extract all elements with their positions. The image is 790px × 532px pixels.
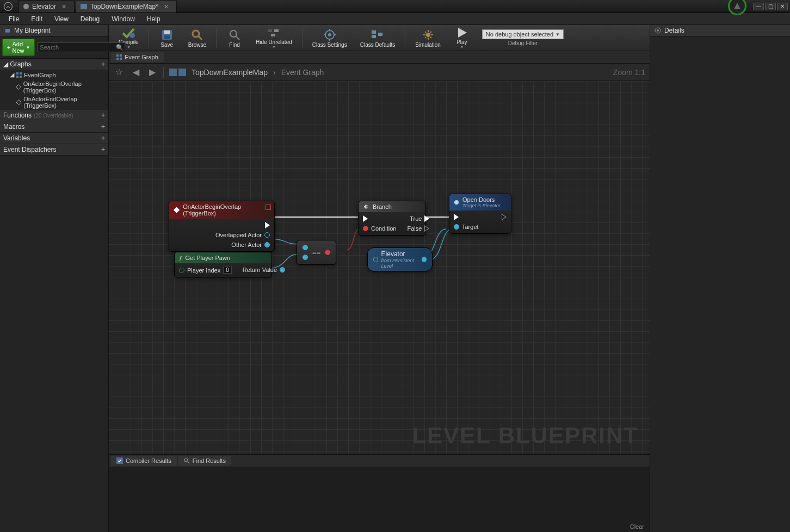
graph-tab-event[interactable]: Event Graph: [111, 52, 164, 62]
category-dispatchers[interactable]: Event Dispatchers+: [0, 144, 108, 156]
app-logo: [0, 0, 16, 13]
pin-self[interactable]: [373, 257, 378, 262]
equals-label: ==: [312, 249, 320, 257]
pin-return-value[interactable]: Return Value: [243, 267, 285, 273]
svg-line-13: [236, 36, 239, 40]
event-icon: [16, 84, 21, 90]
function-icon: [454, 200, 459, 205]
menu-file[interactable]: File: [3, 14, 24, 24]
node-open-doors[interactable]: Open Doors Target is Elevator Target: [449, 194, 511, 234]
class-defaults-button[interactable]: Class Defaults: [355, 26, 400, 50]
add-function-icon[interactable]: +: [101, 112, 105, 119]
pin-a[interactable]: [303, 245, 308, 250]
svg-point-12: [230, 30, 237, 37]
results-area: Clear: [109, 467, 650, 532]
maximize-button[interactable]: ▢: [765, 3, 776, 10]
window-tab-elevator[interactable]: Elevator ✕: [18, 0, 75, 13]
pin-result[interactable]: [325, 250, 330, 255]
crumb-graph[interactable]: Event Graph: [281, 68, 324, 77]
menu-edit[interactable]: Edit: [26, 14, 48, 24]
svg-rect-25: [378, 33, 382, 36]
add-macro-icon[interactable]: +: [101, 123, 105, 131]
svg-rect-15: [274, 29, 279, 32]
exec-in-pin[interactable]: [454, 214, 479, 220]
blueprint-icon: [4, 27, 11, 34]
graph-canvas[interactable]: OnActorBeginOverlap (TriggerBox) Overlap…: [109, 81, 650, 454]
tree-eventgraph[interactable]: ◢ EventGraph: [0, 70, 108, 79]
node-branch[interactable]: Branch Condition True False: [358, 201, 426, 236]
exec-out-pin[interactable]: [265, 222, 270, 228]
tree-event-begin[interactable]: OnActorBeginOverlap (TriggerBox): [0, 79, 108, 95]
menu-view[interactable]: View: [49, 14, 74, 24]
svg-line-31: [425, 32, 426, 33]
nav-forward-icon[interactable]: ▶: [147, 67, 158, 77]
nav-back-icon[interactable]: ◀: [131, 67, 141, 77]
menu-debug[interactable]: Debug: [75, 14, 105, 24]
svg-point-18: [328, 33, 331, 36]
menu-window[interactable]: Window: [106, 14, 140, 24]
delegate-pin[interactable]: [266, 205, 271, 210]
pin-out[interactable]: [422, 257, 427, 262]
svg-rect-14: [268, 29, 272, 32]
svg-rect-3: [20, 72, 22, 75]
category-variables[interactable]: Variables+: [0, 133, 108, 144]
tab-compiler-results[interactable]: Compiler Results: [111, 456, 177, 466]
event-icon: [174, 207, 180, 213]
find-button[interactable]: Find: [221, 26, 248, 50]
event-icon: [16, 100, 21, 105]
pin-b[interactable]: [303, 255, 308, 260]
pin-condition[interactable]: Condition: [363, 225, 396, 232]
hide-unrelated-button[interactable]: Hide Unrelated▼: [250, 26, 298, 50]
window-tab-map[interactable]: TopDownExampleMap* ✕: [76, 0, 177, 13]
exec-in-pin[interactable]: [363, 215, 396, 222]
node-elevator-ref[interactable]: Elevator from Persistent Level: [367, 248, 433, 271]
pin-false[interactable]: False: [407, 225, 429, 232]
breadcrumb: ☆ ◀ ▶ TopDownExampleMap › Event Graph Zo…: [109, 64, 650, 81]
pin-target[interactable]: Target: [454, 224, 479, 230]
svg-rect-2: [16, 72, 18, 75]
pin-true[interactable]: True: [410, 215, 429, 222]
svg-point-39: [454, 200, 459, 205]
close-icon[interactable]: ✕: [164, 3, 169, 10]
search-input[interactable]: [37, 42, 125, 52]
panel-tab-my-blueprint[interactable]: My Blueprint: [0, 25, 108, 36]
pin-overlapped-actor[interactable]: Overlapped Actor: [215, 232, 270, 238]
graph-view-icon[interactable]: [169, 69, 186, 76]
clear-button[interactable]: Clear: [630, 523, 644, 530]
save-button[interactable]: Save: [153, 26, 181, 50]
browse-button[interactable]: Browse: [183, 26, 212, 50]
add-dispatcher-icon[interactable]: +: [101, 146, 105, 153]
crumb-map[interactable]: TopDownExampleMap: [192, 68, 268, 77]
node-begin-overlap[interactable]: OnActorBeginOverlap (TriggerBox) Overlap…: [169, 201, 275, 252]
debug-object-select[interactable]: No debug object selected▼: [482, 29, 564, 39]
tab-find-results[interactable]: Find Results: [178, 456, 231, 466]
debug-filter-label: Debug Filter: [508, 40, 538, 46]
svg-line-32: [430, 37, 431, 38]
minimize-button[interactable]: —: [753, 3, 764, 10]
play-button[interactable]: Play▼: [448, 26, 476, 50]
simulation-button[interactable]: Simulation: [410, 26, 446, 50]
category-graphs[interactable]: ◢ Graphs+: [0, 59, 108, 70]
class-settings-button[interactable]: Class Settings: [307, 26, 353, 50]
close-button[interactable]: ✕: [777, 3, 788, 10]
tree-event-end[interactable]: OnActorEndOverlap (TriggerBox): [0, 95, 108, 110]
svg-rect-16: [271, 34, 275, 36]
panel-tab-details[interactable]: Details: [650, 25, 790, 36]
category-functions[interactable]: Functions(20 Overridable)+: [0, 110, 108, 121]
exec-out-pin[interactable]: [502, 214, 507, 220]
level-bp-icon: [81, 4, 87, 9]
svg-rect-38: [120, 58, 122, 60]
pin-player-index[interactable]: Player Index 0: [179, 267, 232, 274]
add-new-button[interactable]: +Add New▼: [2, 39, 35, 56]
category-macros[interactable]: Macros+: [0, 121, 108, 133]
pin-other-actor[interactable]: Other Actor: [231, 242, 270, 248]
svg-line-42: [188, 462, 189, 463]
add-graph-icon[interactable]: +: [101, 60, 105, 68]
menu-help[interactable]: Help: [141, 14, 166, 24]
favorite-icon[interactable]: ☆: [113, 67, 125, 77]
close-icon[interactable]: ✕: [61, 3, 66, 10]
node-equals[interactable]: ==: [297, 240, 336, 265]
add-variable-icon[interactable]: +: [101, 134, 105, 142]
node-get-player-pawn[interactable]: ƒ Get Player Pawn Player Index 0 Return …: [174, 252, 272, 277]
svg-rect-23: [372, 30, 376, 34]
